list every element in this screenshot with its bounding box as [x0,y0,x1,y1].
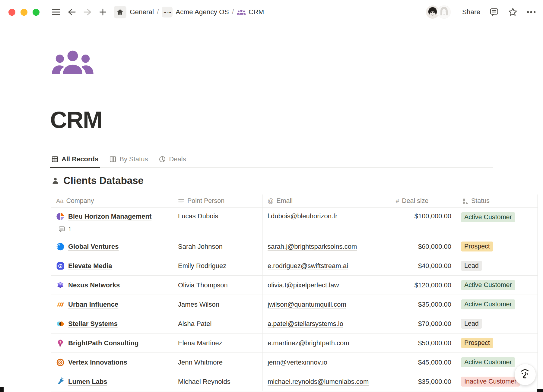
company-link[interactable]: Lumen Labs [56,378,107,386]
company-link[interactable]: Bleu Horizon Management [56,212,151,221]
email-cell[interactable]: e.martinez@brightpath.com [263,334,391,352]
deal-size-cell[interactable]: $40,000.00 [391,256,457,275]
company-cell[interactable]: Lumen Labs [51,372,173,391]
status-badge[interactable]: Active Customer [461,212,515,222]
status-badge[interactable]: Active Customer [461,299,515,309]
status-cell[interactable]: Prospect [457,334,538,352]
email-cell[interactable]: michael.reynolds@lumenlabs.com [263,372,391,391]
deal-size-cell[interactable]: $35,000.00 [391,295,457,314]
status-badge[interactable]: Inactive Customer [461,377,520,387]
email-link[interactable]: sarah.j@brightsparksolns.com [268,243,357,251]
column-header-status[interactable]: Status [457,194,538,207]
email-link[interactable]: jenn@vertexinnov.io [268,359,327,366]
status-badge[interactable]: Prospect [461,242,493,251]
email-link[interactable]: a.patel@stellarsystems.io [268,320,343,328]
breadcrumb-general[interactable]: General [130,8,154,16]
company-cell[interactable]: Urban Influence [51,295,173,314]
point-person-cell[interactable]: Olivia Thompson [173,276,263,295]
company-link[interactable]: Global Ventures [56,242,119,251]
company-link[interactable]: Elevate Media [56,262,112,270]
company-name[interactable]: Lumen Labs [68,378,107,386]
column-header-company[interactable]: Aa Company [51,194,173,207]
company-cell[interactable]: Nexus Networks [51,276,173,295]
company-link[interactable]: Stellar Systems [56,320,118,328]
company-name[interactable]: Elevate Media [68,262,112,270]
email-cell[interactable]: sarah.j@brightsparksolns.com [263,237,391,256]
point-person-cell[interactable]: Jenn Whitmore [173,353,263,372]
status-badge[interactable]: Prospect [461,338,493,348]
email-link[interactable]: e.rodriguez@swiftstream.ai [268,262,348,270]
point-person-cell[interactable]: James Wilson [173,295,263,314]
company-link[interactable]: Vertex Innovations [56,358,127,367]
company-cell[interactable]: Elevate Media [51,256,173,275]
email-link[interactable]: l.dubois@bleuhorizon.fr [268,212,337,220]
point-person-cell[interactable]: Emily Rodriguez [173,256,263,275]
point-person-cell[interactable]: Lucas Dubois [173,208,263,237]
company-name[interactable]: Stellar Systems [68,320,118,328]
tab-by-status[interactable]: By Status [109,151,148,167]
more-options-icon[interactable] [527,11,536,14]
company-name[interactable]: Bleu Horizon Management [68,213,151,220]
status-badge[interactable]: Active Customer [461,280,515,290]
point-person-cell[interactable]: Sarah Johnson [173,237,263,256]
minimize-window-button[interactable] [21,9,27,16]
avatar-collaborator-2[interactable] [437,5,451,19]
close-window-button[interactable] [8,9,15,16]
company-name[interactable]: Global Ventures [68,243,119,251]
email-cell[interactable]: jenn@vertexinnov.io [263,353,391,372]
point-person-cell[interactable]: Michael Reynolds [173,372,263,391]
status-cell[interactable]: Active Customer [457,208,538,237]
back-arrow-icon[interactable] [67,8,76,16]
home-icon[interactable] [114,6,126,18]
email-cell[interactable]: a.patel@stellarsystems.io [263,314,391,333]
point-person-cell[interactable]: Aisha Patel [173,314,263,333]
email-cell[interactable]: jwilson@quantumquill.com [263,295,391,314]
email-link[interactable]: olivia.t@pixelperfect.law [268,281,339,289]
page-people-group-icon[interactable] [51,49,94,74]
email-link[interactable]: michael.reynolds@lumenlabs.com [268,378,369,386]
company-link[interactable]: TBrightPath Consulting [56,339,138,347]
sidebar-menu-icon[interactable] [52,8,61,16]
tab-deals[interactable]: Deals [159,151,186,167]
company-cell[interactable]: TBrightPath Consulting [51,334,173,352]
company-cell[interactable]: Vertex Innovations [51,353,173,372]
email-cell[interactable]: e.rodriguez@swiftstream.ai [263,256,391,275]
point-person-cell[interactable]: Elena Martinez [173,334,263,352]
forward-arrow-icon[interactable] [83,8,92,16]
company-link[interactable]: Urban Influence [56,300,118,309]
column-header-deal-size[interactable]: # Deal size [391,194,457,207]
favorite-star-icon[interactable] [508,7,518,17]
company-cell[interactable]: Bleu Horizon Management1 [51,208,173,237]
comments-icon[interactable] [489,7,499,17]
share-button[interactable]: Share [462,8,480,16]
company-link[interactable]: Nexus Networks [56,281,120,289]
status-badge[interactable]: Active Customer [461,357,515,367]
status-badge[interactable]: Lead [461,261,482,271]
company-name[interactable]: Urban Influence [68,301,118,308]
database-title[interactable]: Clients Database [63,175,144,186]
company-name[interactable]: BrightPath Consulting [68,339,138,347]
status-cell[interactable]: Prospect [457,237,538,256]
breadcrumb-crm[interactable]: CRM [237,8,264,16]
page-title[interactable]: CRM [50,106,102,134]
new-page-plus-icon[interactable] [99,8,107,16]
company-name[interactable]: Nexus Networks [68,281,120,289]
zoom-window-button[interactable] [33,9,40,16]
status-badge[interactable]: Lead [461,319,482,329]
column-header-email[interactable]: @ Email [263,194,391,207]
company-cell[interactable]: Global Ventures [51,237,173,256]
email-cell[interactable]: olivia.t@pixelperfect.law [263,276,391,295]
status-cell[interactable]: Active Customer [457,295,538,314]
deal-size-cell[interactable]: $50,000.00 [391,334,457,352]
email-link[interactable]: jwilson@quantumquill.com [268,301,346,308]
column-header-point-person[interactable]: Point Person [173,194,263,207]
ai-face-button[interactable] [514,364,536,385]
deal-size-cell[interactable]: $100,000.00 [391,208,457,237]
tab-all-records[interactable]: All Records [51,151,98,167]
company-cell[interactable]: Stellar Systems [51,314,173,333]
email-link[interactable]: e.martinez@brightpath.com [268,339,349,347]
deal-size-cell[interactable]: $60,000.00 [391,237,457,256]
status-cell[interactable]: Lead [457,256,538,275]
deal-size-cell[interactable]: $35,000.00 [391,372,457,391]
status-cell[interactable]: Active Customer [457,276,538,295]
